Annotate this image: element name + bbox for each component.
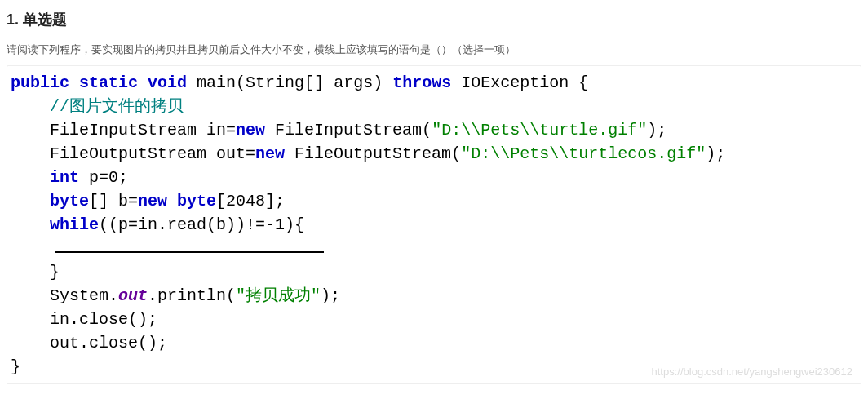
fis-decl-b: FileInputStream( <box>265 121 432 140</box>
main-args: (String[] args) <box>236 73 383 92</box>
comment-line: //图片文件的拷贝 <box>50 97 184 116</box>
fos-decl-b: FileOutputStream( <box>285 144 461 163</box>
out-field: out <box>118 286 148 305</box>
keyword-new: new <box>138 192 167 210</box>
fos-decl-a: FileOutputStream out= <box>50 144 255 163</box>
out-close: out.close(); <box>50 334 167 352</box>
keyword-byte: byte <box>177 192 216 210</box>
fis-decl-a: FileInputStream in= <box>50 121 236 140</box>
println-b: ); <box>321 286 340 305</box>
byte-a: [] b= <box>89 192 138 210</box>
fos-decl-c: ); <box>706 144 725 163</box>
question-description: 请阅读下列程序，要实现图片的拷贝并且拷贝前后文件大小不变，横线上应该填写的语句是… <box>7 42 861 57</box>
keyword-while: while <box>50 215 99 234</box>
keyword-new: new <box>255 144 285 163</box>
keyword-throws: throws <box>392 73 451 92</box>
fill-in-blank <box>55 251 324 253</box>
close-brace: } <box>11 357 20 376</box>
keyword-int: int <box>50 168 79 187</box>
method-main: main <box>197 73 236 92</box>
keyword-byte: byte <box>50 192 89 210</box>
byte-b: [2048]; <box>216 192 285 210</box>
system: System. <box>50 286 118 305</box>
string-literal: "D:\\Pets\\turtlecos.gif" <box>461 144 706 163</box>
close-brace: } <box>50 263 60 281</box>
keyword-new: new <box>236 121 265 140</box>
code-block: public static void main(String[] args) t… <box>7 65 861 384</box>
watermark: https://blog.csdn.net/yangshengwei230612 <box>652 365 852 380</box>
fis-decl-c: ); <box>647 121 666 140</box>
io-exception: IOException { <box>461 73 588 92</box>
in-close: in.close(); <box>50 310 157 329</box>
string-literal: "拷贝成功" <box>236 286 321 305</box>
question-header: 1. 单选题 <box>7 10 861 29</box>
keyword-public: public <box>11 73 69 92</box>
keyword-static: static <box>79 73 138 92</box>
println-a: .println( <box>148 286 236 305</box>
string-literal: "D:\\Pets\\turtle.gif" <box>432 121 647 140</box>
keyword-void: void <box>148 73 187 92</box>
int-line: p=0; <box>79 168 128 187</box>
while-cond: ((p=in.read(b))!=-1){ <box>99 215 304 234</box>
